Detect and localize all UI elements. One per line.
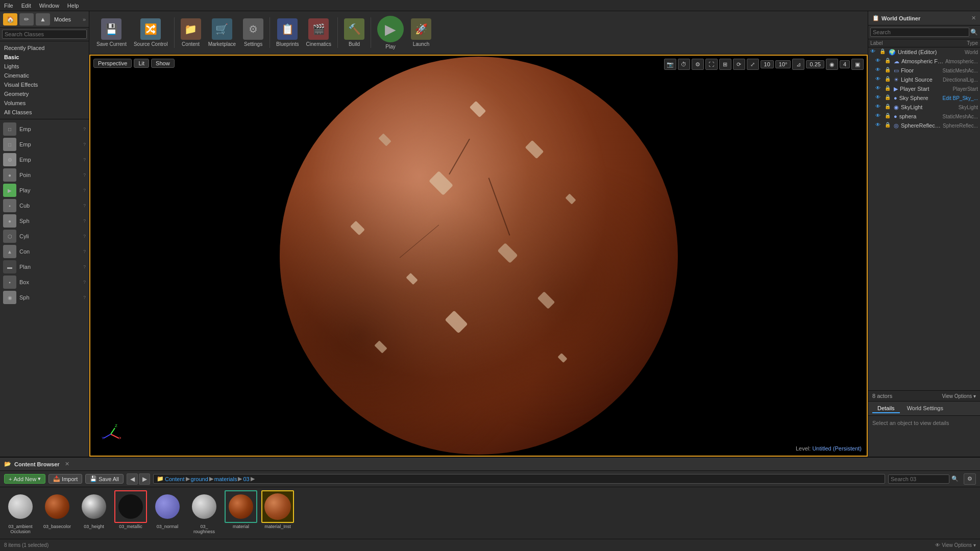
outliner-close-button[interactable]: ✕ — [971, 15, 976, 21]
list-item[interactable]: □ Emp ? — [0, 137, 89, 152]
help-icon-6[interactable]: ? — [83, 203, 86, 208]
asset-item-material-inst[interactable]: material_Inst — [260, 490, 295, 529]
add-new-button[interactable]: + Add New ▾ — [4, 474, 45, 484]
asset-item-normal[interactable]: 03_normal — [150, 490, 185, 529]
asset-item-ambient[interactable]: 03_ambientOcclusion — [3, 490, 38, 534]
save-all-button[interactable]: 💾 Save All — [85, 474, 124, 484]
outliner-row-skysphere[interactable]: 👁 🔒 ● Sky Sphere Edit BP_Sky_... — [868, 93, 980, 103]
content-button[interactable]: 📁 Content — [178, 18, 204, 47]
content-browser-view-options-button[interactable]: 👁 View Options ▾ — [935, 542, 976, 548]
cb-search-input[interactable] — [888, 474, 949, 484]
help-icon-1[interactable]: ? — [83, 127, 86, 132]
cb-forward-button[interactable]: ▶ — [139, 473, 150, 485]
viewport-show-button[interactable]: Show — [151, 59, 175, 68]
menu-help[interactable]: Help — [67, 3, 79, 9]
cb-back-button[interactable]: ◀ — [127, 473, 138, 485]
cb-settings-button[interactable]: ⚙ — [964, 473, 976, 485]
help-icon-3[interactable]: ? — [83, 157, 86, 162]
cb-path-ground[interactable]: ground — [191, 476, 208, 482]
help-icon-4[interactable]: ? — [83, 172, 86, 178]
help-icon-8[interactable]: ? — [83, 234, 86, 239]
help-icon-5[interactable]: ? — [83, 188, 86, 193]
list-item[interactable]: ▪ Box ? — [0, 274, 89, 290]
modes-expand-icon[interactable]: » — [83, 16, 86, 22]
asset-item-basecolor[interactable]: 03_basecolor — [40, 490, 75, 529]
category-recently-placed[interactable]: Recently Placed — [0, 43, 89, 53]
outliner-row-playerstart[interactable]: 👁 🔒 ▶ Player Start PlayerStart — [868, 84, 980, 93]
list-item[interactable]: ⬡ Cyli ? — [0, 229, 89, 244]
list-item[interactable]: ● Sph ? — [0, 213, 89, 229]
asset-item-height[interactable]: 03_height — [77, 490, 111, 529]
play-button[interactable]: ▶ Play — [374, 16, 407, 49]
settings-button[interactable]: ⚙ Settings — [240, 18, 266, 47]
menu-window[interactable]: Window — [39, 3, 59, 9]
category-all-classes[interactable]: All Classes — [0, 108, 89, 117]
outliner-row-world[interactable]: 👁 🔒 🌍 Untitled (Editor) World — [868, 47, 980, 57]
mode-icon-paint[interactable]: ✏ — [19, 13, 34, 26]
list-item[interactable]: ▪ Cub ? — [0, 198, 89, 213]
scale-icon-btn[interactable]: ⤢ — [747, 59, 759, 70]
content-browser-close-button[interactable]: ✕ — [65, 461, 69, 467]
category-cinematic[interactable]: Cinematic — [0, 71, 89, 80]
viewport[interactable]: Perspective Lit Show 📷 ⏱ ⚙ ⛶ ⊞ ⟳ ⤢ 10 10… — [89, 55, 868, 457]
cb-path-materials[interactable]: materials — [214, 476, 237, 482]
vr-icon-btn[interactable]: ▣ — [851, 59, 864, 70]
outliner-row-reflection[interactable]: 👁 🔒 ◎ SphereReflectionCapture SphereRefl… — [868, 121, 980, 130]
category-volumes[interactable]: Volumes — [0, 98, 89, 108]
category-basic[interactable]: Basic — [0, 53, 89, 62]
category-visual-effects[interactable]: Visual Effects — [0, 80, 89, 89]
outliner-row-atmospheric-fog[interactable]: 👁 🔒 ☁ Atmospheric Fog Atmospheric... — [868, 57, 980, 66]
marketplace-button[interactable]: 🛒 Marketplace — [205, 18, 239, 47]
list-item[interactable]: □ Emp ? — [0, 121, 89, 137]
mode-icon-landscape[interactable]: ▲ — [36, 13, 50, 26]
import-button[interactable]: 📥 Import — [48, 474, 82, 484]
launch-button[interactable]: 🚀 Launch — [408, 18, 434, 47]
help-icon-12[interactable]: ? — [83, 295, 86, 300]
blueprints-button[interactable]: 📋 Blueprints — [273, 18, 302, 47]
cb-path-03[interactable]: 03 — [243, 476, 249, 482]
outliner-view-options-button[interactable]: View Options ▾ — [942, 393, 976, 399]
outliner-row-lightsource[interactable]: 👁 🔒 ☀ Light Source DirectionalLig... — [868, 75, 980, 84]
realtime-icon-btn[interactable]: ⏱ — [678, 59, 690, 70]
details-tab[interactable]: Details — [872, 404, 900, 413]
help-icon-10[interactable]: ? — [83, 264, 86, 269]
viewport-lit-button[interactable]: Lit — [134, 59, 149, 68]
category-lights[interactable]: Lights — [0, 62, 89, 71]
list-item[interactable]: ◉ Sph ? — [0, 290, 89, 305]
search-classes-input[interactable] — [2, 30, 87, 39]
list-item[interactable]: ▶ Play ? — [0, 183, 89, 198]
outliner-row-floor[interactable]: 👁 🔒 ▭ Floor StaticMeshAc... — [868, 66, 980, 75]
rotate-icon-btn[interactable]: ⟳ — [733, 59, 745, 70]
grid-icon-btn[interactable]: ⊞ — [719, 59, 731, 70]
list-item[interactable]: ● Poin ? — [0, 167, 89, 183]
maximize-icon-btn[interactable]: ⛶ — [705, 59, 718, 70]
menu-edit[interactable]: Edit — [21, 3, 31, 9]
asset-item-roughness[interactable]: 03_roughness — [187, 490, 222, 534]
build-button[interactable]: 🔨 Build — [341, 18, 368, 47]
view-mode-icon-btn[interactable]: ◉ — [826, 59, 838, 70]
outliner-row-sphera[interactable]: 👁 🔒 ● sphera StaticMeshAc... — [868, 112, 980, 121]
viewport-perspective-button[interactable]: Perspective — [93, 59, 132, 68]
category-geometry[interactable]: Geometry — [0, 89, 89, 98]
help-icon-7[interactable]: ? — [83, 218, 86, 223]
save-current-button[interactable]: 💾 Save Current — [93, 18, 130, 47]
help-icon-2[interactable]: ? — [83, 142, 86, 147]
scale-type-icon-btn[interactable]: ⊿ — [792, 59, 804, 70]
mode-icon-placement[interactable]: 🏠 — [3, 13, 17, 26]
list-item[interactable]: ⚙ Emp ? — [0, 152, 89, 167]
list-item[interactable]: ▬ Plan ? — [0, 259, 89, 274]
menu-file[interactable]: File — [4, 3, 13, 9]
outliner-search-input[interactable] — [870, 28, 969, 37]
camera-icon-btn[interactable]: 📷 — [664, 59, 676, 70]
outliner-row-skylight[interactable]: 👁 🔒 ◉ SkyLight SkyLight — [868, 103, 980, 112]
cb-path-content[interactable]: Content — [165, 476, 185, 482]
asset-item-material[interactable]: material — [224, 490, 258, 529]
help-icon-11[interactable]: ? — [83, 280, 86, 285]
asset-item-metallic[interactable]: 03_metallic — [113, 490, 148, 529]
help-icon-9[interactable]: ? — [83, 249, 86, 254]
world-settings-tab[interactable]: World Settings — [902, 404, 948, 413]
settings-icon-btn[interactable]: ⚙ — [692, 59, 704, 70]
list-item[interactable]: ▲ Con ? — [0, 244, 89, 259]
source-control-button[interactable]: 🔀 Source Control — [131, 18, 171, 47]
cinematics-button[interactable]: 🎬 Cinematics — [303, 18, 334, 47]
